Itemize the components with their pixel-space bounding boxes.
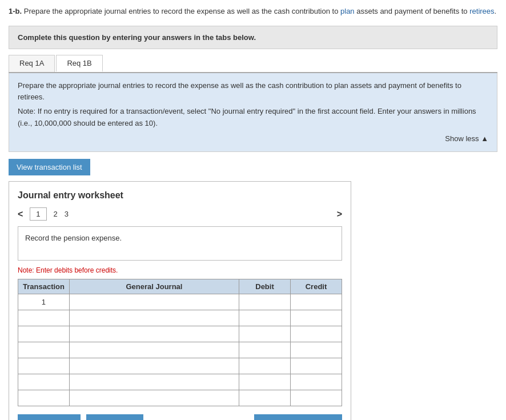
- debit-input-5[interactable]: [239, 358, 290, 374]
- view-general-journal-button[interactable]: View general journal: [254, 414, 342, 420]
- debit-input-4[interactable]: [239, 342, 290, 358]
- clear-entry-button[interactable]: Clear entry: [86, 414, 143, 420]
- tab-req1a[interactable]: Req 1A: [9, 55, 55, 72]
- page-2[interactable]: 2: [54, 210, 58, 218]
- general-journal-input-7[interactable]: [70, 390, 239, 406]
- table-row: [18, 342, 342, 358]
- record-entry-button[interactable]: Record entry: [18, 414, 81, 420]
- debit-input-6[interactable]: [239, 374, 290, 390]
- credit-input-5[interactable]: [291, 358, 342, 374]
- transaction-cell-5: [18, 358, 70, 374]
- credit-input-3[interactable]: [291, 326, 342, 342]
- content-area: Prepare the appropriate journal entries …: [9, 73, 497, 153]
- description-text: Record the pension expense.: [25, 234, 122, 242]
- general-journal-input-3[interactable]: [70, 326, 239, 342]
- table-row: 1: [18, 294, 342, 310]
- col-transaction: Transaction: [18, 279, 70, 294]
- table-row: [18, 358, 342, 374]
- general-journal-cell-4[interactable]: [69, 342, 239, 358]
- worksheet-box: Journal entry worksheet < 1 2 3 > Record…: [9, 181, 351, 420]
- nav-row: < 1 2 3 >: [18, 207, 342, 221]
- debit-cell-2[interactable]: [239, 310, 291, 326]
- button-row: Record entry Clear entry View general jo…: [18, 414, 342, 420]
- debit-input-3[interactable]: [239, 326, 290, 342]
- instructions-label: Complete this question by entering your …: [18, 33, 256, 42]
- debit-cell-1[interactable]: [239, 294, 291, 310]
- col-general-journal: General Journal: [69, 279, 239, 294]
- note-debits: Note: Enter debits before credits.: [18, 266, 342, 274]
- table-row: [18, 326, 342, 342]
- credit-cell-4[interactable]: [291, 342, 342, 358]
- col-credit: Credit: [291, 279, 342, 294]
- credit-input-2[interactable]: [291, 310, 342, 326]
- debit-input-7[interactable]: [239, 390, 290, 406]
- credit-cell-5[interactable]: [291, 358, 342, 374]
- credit-input-6[interactable]: [291, 374, 342, 390]
- credit-cell-3[interactable]: [291, 326, 342, 342]
- show-less[interactable]: Show less ▲: [18, 133, 488, 145]
- transaction-cell-1: 1: [18, 294, 70, 310]
- general-journal-input-6[interactable]: [70, 374, 239, 390]
- general-journal-cell-1[interactable]: [69, 294, 239, 310]
- general-journal-cell-3[interactable]: [69, 326, 239, 342]
- view-transaction-button[interactable]: View transaction list: [9, 159, 90, 175]
- worksheet-title: Journal entry worksheet: [18, 190, 342, 201]
- debit-input-2[interactable]: [239, 310, 290, 326]
- journal-table: Transaction General Journal Debit Credit…: [18, 279, 342, 406]
- main-content-text: Prepare the appropriate journal entries …: [18, 80, 488, 104]
- description-box: Record the pension expense.: [18, 226, 342, 261]
- transaction-cell-7: [18, 390, 70, 406]
- credit-input-1[interactable]: [291, 294, 342, 310]
- current-page-number: 1: [36, 210, 40, 218]
- header-bold: 1-b.: [9, 7, 22, 15]
- transaction-cell-6: [18, 374, 70, 390]
- prev-arrow[interactable]: <: [18, 209, 23, 219]
- debit-cell-4[interactable]: [239, 342, 291, 358]
- page-3[interactable]: 3: [65, 210, 69, 218]
- note-red-text: Note: If no entry is required for a tran…: [18, 106, 488, 130]
- general-journal-input-5[interactable]: [70, 358, 239, 374]
- debit-cell-5[interactable]: [239, 358, 291, 374]
- credit-cell-1[interactable]: [291, 294, 342, 310]
- debit-cell-3[interactable]: [239, 326, 291, 342]
- debit-cell-7[interactable]: [239, 390, 291, 406]
- tabs-area: Req 1A Req 1B: [9, 55, 497, 73]
- general-journal-cell-6[interactable]: [69, 374, 239, 390]
- general-journal-cell-2[interactable]: [69, 310, 239, 326]
- table-row: [18, 310, 342, 326]
- credit-input-7[interactable]: [291, 390, 342, 406]
- table-row: [18, 390, 342, 406]
- credit-cell-6[interactable]: [291, 374, 342, 390]
- instructions-box: Complete this question by entering your …: [9, 26, 497, 49]
- general-journal-cell-7[interactable]: [69, 390, 239, 406]
- general-journal-input-4[interactable]: [70, 342, 239, 358]
- current-page-box: 1: [30, 207, 46, 221]
- transaction-cell-2: [18, 310, 70, 326]
- credit-cell-7[interactable]: [291, 390, 342, 406]
- credit-input-4[interactable]: [291, 342, 342, 358]
- next-arrow[interactable]: >: [337, 209, 342, 219]
- col-debit: Debit: [239, 279, 291, 294]
- debit-input-1[interactable]: [239, 294, 290, 310]
- table-row: [18, 374, 342, 390]
- general-journal-input-2[interactable]: [70, 310, 239, 326]
- general-journal-cell-5[interactable]: [69, 358, 239, 374]
- general-journal-input-1[interactable]: [70, 294, 239, 310]
- credit-cell-2[interactable]: [291, 310, 342, 326]
- header-text: 1-b. Prepare the appropriate journal ent…: [9, 6, 497, 17]
- tab-req1b[interactable]: Req 1B: [56, 55, 102, 72]
- transaction-cell-4: [18, 342, 70, 358]
- debit-cell-6[interactable]: [239, 374, 291, 390]
- transaction-cell-3: [18, 326, 70, 342]
